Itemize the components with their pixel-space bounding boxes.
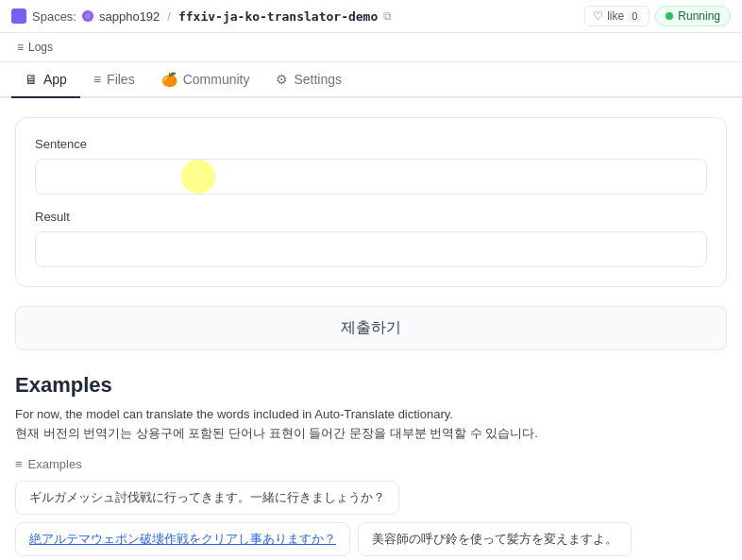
settings-tab-icon: ⚙	[276, 72, 288, 87]
repo-name: ffxiv-ja-ko-translator-demo	[178, 9, 378, 24]
tab-app[interactable]: 🖥 App	[11, 62, 80, 98]
tab-settings[interactable]: ⚙ Settings	[262, 62, 355, 98]
example-chip[interactable]: ギルガメッシュ討伐戦に行ってきます。一緒に行きましょうか？	[15, 481, 399, 515]
examples-desc-ko: 현재 버전의 번역기는 상용구에 포함된 단어나 표현이 들어간 문장을 대부분…	[15, 425, 727, 442]
examples-subheader-label: Examples	[28, 457, 82, 471]
app-tab-icon: 🖥	[25, 72, 38, 87]
sentence-input-wrapper	[35, 159, 707, 195]
form-card: Sentence Result	[15, 117, 727, 287]
examples-section: Examples For now, the model can translat…	[15, 373, 727, 556]
result-input[interactable]	[35, 231, 707, 267]
running-indicator-dot	[666, 12, 673, 20]
tab-community[interactable]: 🍊 Community	[148, 62, 263, 98]
examples-list: ギルガメッシュ討伐戦に行ってきます。一緒に行きましょうか？ 絶アルテマウェポン破…	[15, 481, 727, 556]
user-link[interactable]: sappho192	[99, 9, 160, 24]
example-chip-text: 絶アルテマウェポン破壊作戦をクリアし事ありますか？	[29, 532, 336, 546]
logs-button[interactable]: ≡ Logs	[11, 39, 59, 56]
sentence-field-group: Sentence	[35, 137, 707, 195]
result-field-group: Result	[35, 210, 707, 267]
copy-icon[interactable]: ⧉	[383, 9, 392, 23]
submit-button[interactable]: 제출하기	[15, 306, 727, 350]
community-tab-label: Community	[183, 72, 250, 87]
user-avatar-dot	[82, 10, 93, 22]
files-tab-label: Files	[107, 72, 135, 87]
logs-lines-icon: ≡	[17, 41, 24, 54]
running-badge: Running	[655, 6, 731, 26]
example-chip-text: ギルガメッシュ討伐戦に行ってきます。一緒に行きましょうか？	[29, 490, 385, 504]
examples-subheader: ≡ Examples	[15, 457, 727, 471]
app-tab-label: App	[43, 72, 67, 87]
example-chip[interactable]: 絶アルテマウェポン破壊作戦をクリアし事ありますか？	[15, 522, 350, 556]
running-label: Running	[678, 9, 720, 23]
examples-list-icon: ≡	[15, 457, 23, 471]
like-button[interactable]: ♡ like 0	[584, 6, 649, 26]
settings-tab-label: Settings	[294, 72, 342, 87]
tabs-bar: 🖥 App ≡ Files 🍊 Community ⚙ Settings	[0, 62, 742, 98]
sentence-label: Sentence	[35, 137, 707, 151]
main-content: Sentence Result 제출하기 Examples For now, t…	[0, 98, 742, 560]
spaces-icon	[11, 8, 26, 24]
examples-heading: Examples	[15, 373, 727, 398]
example-row: 絶アルテマウェポン破壊作戦をクリアし事ありますか？ 美容師の呼び鈴を使って髪方を…	[15, 522, 727, 556]
example-row: ギルガメッシュ討伐戦に行ってきます。一緒に行きましょうか？	[15, 481, 727, 515]
community-tab-icon: 🍊	[161, 72, 177, 87]
breadcrumb-separator: /	[167, 9, 171, 24]
top-bar: Spaces: sappho192 / ffxiv-ja-ko-translat…	[0, 0, 742, 33]
files-tab-icon: ≡	[93, 72, 101, 87]
spaces-label: Spaces:	[32, 9, 76, 24]
logs-bar: ≡ Logs	[0, 33, 742, 62]
heart-icon: ♡	[593, 9, 603, 23]
logs-label: Logs	[28, 41, 53, 54]
examples-desc-en: For now, the model can translate the wor…	[15, 407, 727, 421]
example-chip[interactable]: 美容師の呼び鈴を使って髪方を変えますよ。	[358, 522, 632, 556]
sentence-input[interactable]	[35, 159, 707, 195]
spaces-text: Spaces:	[32, 9, 76, 24]
like-label: like	[607, 9, 624, 23]
result-label: Result	[35, 210, 707, 224]
username: sappho192	[99, 9, 160, 24]
tab-files[interactable]: ≡ Files	[80, 62, 148, 98]
example-chip-text: 美容師の呼び鈴を使って髪方を変えますよ。	[372, 532, 617, 546]
like-count: 0	[628, 10, 641, 22]
